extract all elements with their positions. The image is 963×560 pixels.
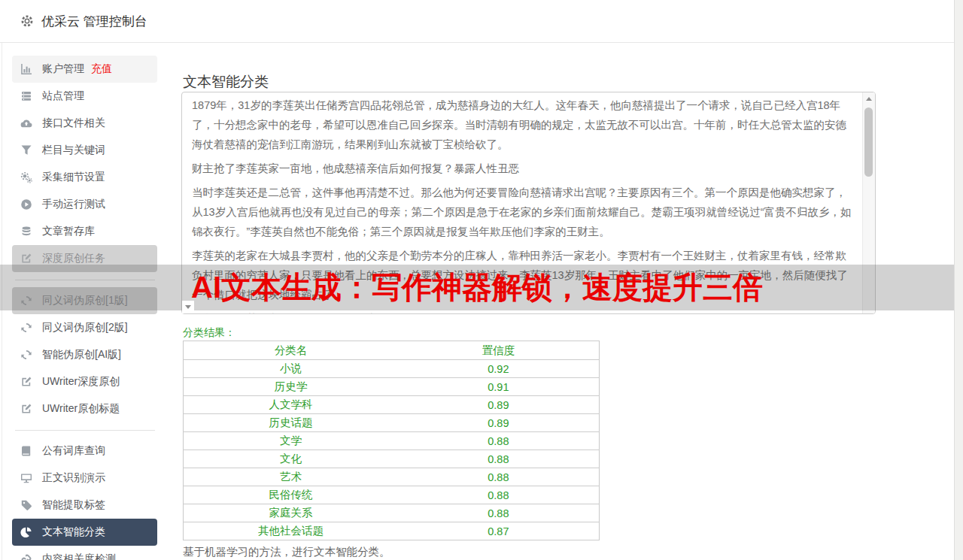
confidence-cell: 0.88 <box>398 468 600 486</box>
sidebar-item-label: 文本智能分类 <box>42 525 105 539</box>
sidebar-item-body-recognition-demo[interactable]: 正文识别演示 <box>12 465 157 492</box>
confidence-cell: 0.92 <box>398 360 600 378</box>
gear-icon[interactable] <box>20 14 34 28</box>
confidence-cell: 0.88 <box>398 504 600 522</box>
refresh-icon <box>20 349 32 361</box>
filter-icon <box>20 144 32 156</box>
server-icon <box>20 90 32 102</box>
sidebar-item-columns-keywords[interactable]: 栏目与关键词 <box>12 137 157 164</box>
sidebar-item-label: 文章暂存库 <box>42 225 95 238</box>
scroll-up-icon <box>866 97 872 101</box>
paragraph: 当时李莲英还是二总管，这件事他再清楚不过。那么他为何还要冒险向慈禧请求出宫呢？主… <box>192 183 853 241</box>
pie-chart-icon <box>20 526 32 538</box>
category-cell: 小说 <box>184 360 398 378</box>
table-header-row: 分类名 置信度 <box>184 341 600 360</box>
category-cell: 文化 <box>184 450 398 468</box>
category-cell: 民俗传统 <box>184 486 398 504</box>
sidebar-item-label: 手动运行测试 <box>42 198 105 211</box>
promo-banner-text: AI文本生成：写作神器解锁，速度提升三倍 <box>0 265 954 310</box>
table-row: 文学0.88 <box>184 432 600 450</box>
sidebar-item-label: 内容相关度检测 <box>42 552 116 560</box>
table-row: 其他社会话题0.87 <box>184 522 600 540</box>
table-row: 艺术0.88 <box>184 468 600 486</box>
result-label: 分类结果： <box>183 326 235 340</box>
confidence-cell: 0.87 <box>398 522 600 540</box>
classification-table: 分类名 置信度 小说0.92 历史学0.91 人文学科0.89 历史话题0.89… <box>183 341 600 540</box>
table-row: 家庭关系0.88 <box>184 504 600 522</box>
sidebar-item-article-storage[interactable]: 文章暂存库 <box>12 218 157 245</box>
edit-icon <box>20 253 32 265</box>
sidebar-item-uwriter-deep-original[interactable]: UWriter深度原创 <box>12 368 157 395</box>
category-cell: 家庭关系 <box>184 504 398 522</box>
app-title: 优采云 管理控制台 <box>41 13 147 30</box>
scroll-up-button[interactable] <box>863 92 875 105</box>
sidebar-item-public-lexicon[interactable]: 公有词库查询 <box>12 437 157 465</box>
table-row: 民俗传统0.88 <box>184 486 600 504</box>
confidence-cell: 0.89 <box>398 414 600 432</box>
category-cell: 人文学科 <box>184 396 398 414</box>
tag-icon <box>20 499 32 511</box>
sidebar-item-label: UWriter原创标题 <box>42 402 120 416</box>
sidebar-item-label: 栏目与关键词 <box>42 144 105 157</box>
sidebar-item-text-classification[interactable]: 文本智能分类 <box>12 519 157 546</box>
table-row: 小说0.92 <box>184 360 600 378</box>
sidebar-item-label: 深度原创任务 <box>42 252 105 265</box>
monitor-icon <box>20 472 32 484</box>
sidebar-item-label: 接口文件相关 <box>42 117 105 130</box>
sidebar-item-content-relevance[interactable]: 内容相关度检测 <box>12 546 157 560</box>
refresh-icon <box>20 322 32 334</box>
sidebar-item-label: 账户管理 <box>42 62 84 76</box>
confidence-cell: 0.89 <box>398 396 600 414</box>
bar-chart-icon <box>20 63 32 75</box>
sidebar-item-sites[interactable]: 站点管理 <box>12 83 157 110</box>
column-header-confidence: 置信度 <box>398 341 600 360</box>
sidebar-item-manual-run-test[interactable]: 手动运行测试 <box>12 191 157 218</box>
paragraph: 财主抢了李莲英家一亩地，他成慈禧亲信后如何报复？暴露人性丑恶 <box>192 159 853 178</box>
sidebar-divider <box>15 430 155 431</box>
book-icon <box>20 445 32 457</box>
scroll-down-icon <box>185 305 191 309</box>
cloud-upload-icon <box>20 117 32 129</box>
category-cell: 其他社会话题 <box>184 522 398 540</box>
table-row: 历史话题0.89 <box>184 414 600 432</box>
sidebar-item-smart-tag-extraction[interactable]: 智能提取标签 <box>12 492 157 519</box>
top-header: 优采云 管理控制台 <box>0 0 963 43</box>
sidebar-item-label: 采集细节设置 <box>42 171 105 184</box>
window-scrollbar[interactable] <box>954 0 963 560</box>
column-header-category: 分类名 <box>184 341 398 360</box>
sidebar-item-label: 站点管理 <box>42 89 84 103</box>
edit-icon <box>20 376 32 388</box>
scrollbar-thumb[interactable] <box>864 107 873 177</box>
recharge-badge[interactable]: 充值 <box>91 62 112 76</box>
sidebar-item-smart-rewrite-ai[interactable]: 智能伪原创[AI版] <box>12 341 157 368</box>
sidebar-item-account[interactable]: 账户管理 充值 <box>12 56 157 83</box>
category-cell: 文学 <box>184 432 398 450</box>
sidebar-item-label: UWriter深度原创 <box>42 375 120 389</box>
sidebar-item-uwriter-original-title[interactable]: UWriter原创标题 <box>12 395 157 422</box>
sidebar-item-label: 智能提取标签 <box>42 498 105 512</box>
sidebar-item-label: 公有词库查询 <box>42 444 105 458</box>
confidence-cell: 0.91 <box>398 378 600 396</box>
category-cell: 艺术 <box>184 468 398 486</box>
sidebar-item-interface-files[interactable]: 接口文件相关 <box>12 110 157 137</box>
confidence-cell: 0.88 <box>398 486 600 504</box>
confidence-cell: 0.88 <box>398 450 600 468</box>
category-cell: 历史学 <box>184 378 398 396</box>
table-row: 文化0.88 <box>184 450 600 468</box>
edit-icon <box>20 403 32 415</box>
category-cell: 历史话题 <box>184 414 398 432</box>
sidebar-item-collection-settings[interactable]: 采集细节设置 <box>12 164 157 191</box>
paragraph: 1879年，31岁的李莲英出任储秀宫四品花翎总管，成为慈禧身边的大红人。这年春天… <box>192 95 853 154</box>
page-title: 文本智能分类 <box>183 72 269 92</box>
gears-icon <box>20 171 32 183</box>
play-circle-icon <box>20 198 32 210</box>
sidebar-item-synonym-rewrite-v2[interactable]: 同义词伪原创[2版] <box>12 314 157 341</box>
confidence-cell: 0.88 <box>398 432 600 450</box>
link-icon <box>20 553 32 560</box>
sidebar-item-label: 正文识别演示 <box>42 471 105 485</box>
sidebar-item-label: 智能伪原创[AI版] <box>42 348 121 362</box>
sidebar-item-label: 同义词伪原创[2版] <box>42 321 128 334</box>
table-row: 历史学0.91 <box>184 378 600 396</box>
scroll-down-button[interactable] <box>182 301 194 313</box>
footer-note: 基于机器学习的方法，进行文本智能分类。 <box>183 545 390 559</box>
